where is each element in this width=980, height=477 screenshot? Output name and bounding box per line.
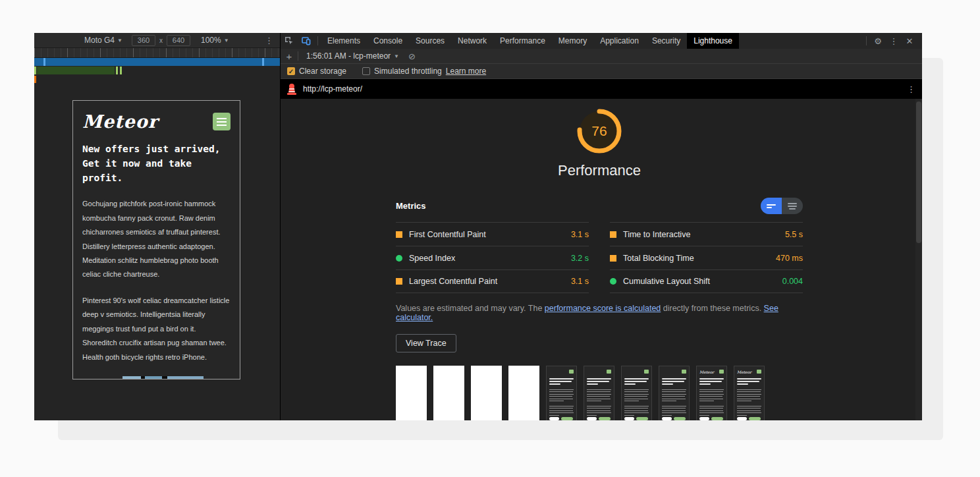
thumbnail-paragraph: [662, 387, 686, 401]
thumbnail-paragraph: [699, 387, 724, 401]
media-query-bar-green[interactable]: [34, 67, 280, 75]
toolbar-divider: [866, 36, 867, 45]
media-query-tick: [262, 58, 264, 66]
paragraph-line: [587, 412, 611, 413]
chevron-down-icon: ▼: [117, 38, 122, 43]
media-query-bar-blue[interactable]: [34, 58, 280, 66]
media-query-tick: [116, 67, 118, 74]
kebab-menu-icon[interactable]: ⋮: [886, 33, 901, 49]
heading-line: [624, 383, 636, 385]
tab-application[interactable]: Application: [593, 33, 645, 49]
paragraph-line: [662, 415, 672, 416]
dimension-x-separator: x: [159, 37, 163, 44]
learn-more-link[interactable]: Learn more: [446, 67, 486, 76]
device-height-input[interactable]: 640: [167, 35, 190, 46]
gear-icon[interactable]: ⚙: [871, 33, 885, 49]
report-scrollbar[interactable]: [915, 99, 922, 420]
heading-line: [737, 383, 748, 385]
metric-status-icon: [610, 231, 616, 238]
metric-value: 3.1 s: [571, 230, 589, 239]
clear-storage-checkbox[interactable]: ✓: [287, 67, 295, 75]
close-icon[interactable]: ✕: [902, 33, 917, 49]
view-trace-button[interactable]: View Trace: [396, 334, 456, 352]
paragraph-line: [624, 389, 649, 390]
simulated-throttling-label: Simulated throttling: [374, 67, 442, 76]
performance-score-gauge[interactable]: 76: [575, 107, 624, 155]
device-ruler: [34, 48, 280, 58]
report-kebab-menu-icon[interactable]: ⋮: [907, 84, 915, 94]
heading-line: [699, 381, 722, 382]
discover-more-button[interactable]: DISCOVER MORE: [82, 379, 153, 379]
heading-line: [737, 378, 761, 379]
metric-label: Time to Interactive: [623, 230, 690, 239]
thumbnail-paragraph: [624, 387, 649, 401]
metric-status-icon: [396, 231, 402, 238]
simulated-throttling-checkbox[interactable]: [362, 67, 370, 75]
thumbnail-heading: [737, 377, 761, 385]
metric-label: Cumulative Layout Shift: [623, 277, 710, 286]
hero-paragraph-1: Gochujang pitchfork post-ironic hammock …: [82, 197, 231, 282]
zoom-select[interactable]: 100% ▼: [201, 36, 229, 45]
device-toolbar-icon[interactable]: [298, 33, 315, 49]
tab-elements[interactable]: Elements: [321, 33, 367, 49]
inspect-icon[interactable]: [281, 33, 298, 49]
thumbnail-menu-icon: [607, 370, 611, 374]
paragraph-line: [587, 408, 611, 408]
tab-network[interactable]: Network: [451, 33, 493, 49]
thumbnail-purchase-button: [561, 417, 573, 420]
thumbnail-paragraph: [587, 404, 611, 416]
device-select[interactable]: Moto G4 ▼: [84, 36, 122, 45]
paragraph-line: [737, 406, 761, 407]
lighthouse-report: 76 Performance Metrics First Contentful …: [281, 99, 922, 420]
thumbnail-heading: [662, 377, 686, 385]
metrics-section-title: Metrics: [396, 201, 426, 211]
paragraph-line: [737, 391, 761, 392]
dense-view-icon[interactable]: [761, 198, 782, 214]
paragraph-line: [699, 412, 724, 413]
paragraph-line: [699, 391, 723, 392]
tab-memory[interactable]: Memory: [552, 33, 593, 49]
tab-list: ElementsConsoleSourcesNetworkPerformance…: [321, 33, 739, 49]
thumbnail-paragraph: [737, 387, 761, 401]
paragraph-line: [737, 389, 761, 390]
heading-line: [699, 378, 724, 379]
inline-link[interactable]: performance score is calculated: [545, 304, 661, 313]
device-kebab-menu-icon[interactable]: ⋮: [265, 36, 273, 45]
thumbnail-menu-icon: [644, 370, 649, 374]
paragraph-line: [587, 415, 597, 416]
audit-select[interactable]: 1:56:01 AM - lcp-meteor ▼: [306, 51, 399, 61]
tab-sources[interactable]: Sources: [409, 33, 451, 49]
report-url-bar: http://lcp-meteor/ ⋮: [281, 79, 922, 99]
purchase-now-button[interactable]: PURCHASE NOW: [164, 379, 231, 379]
clear-audits-icon[interactable]: ⊘: [408, 51, 416, 61]
paragraph-line: [549, 410, 573, 411]
heading-line: [662, 378, 686, 379]
metric-value: 5.5 s: [785, 230, 803, 239]
paragraph-line: [737, 415, 747, 416]
new-audit-icon[interactable]: +: [281, 51, 298, 62]
metric-label: Speed Index: [409, 254, 455, 263]
device-width-input[interactable]: 360: [132, 35, 155, 46]
toolbar-divider: [317, 36, 318, 45]
paragraph-line: [699, 399, 723, 399]
thumbnail-paragraph: [699, 404, 724, 416]
filmstrip-thumbnail: [433, 366, 464, 420]
full-view-icon[interactable]: [782, 198, 803, 214]
thumbnail-discover-button: [587, 417, 597, 420]
thumbnail-header: [587, 369, 611, 374]
paragraph-line: [662, 410, 686, 411]
heading-line: [662, 381, 684, 382]
filmstrip-thumbnail: [546, 366, 577, 420]
thumbnail-menu-icon: [569, 370, 574, 374]
tab-performance[interactable]: Performance: [493, 33, 552, 49]
page-background: Moto G4 ▼ 360 x 640 100% ▼ ⋮: [0, 0, 980, 477]
media-query-tick: [120, 67, 122, 74]
filmstrip-thumbnail: [621, 366, 652, 420]
hamburger-menu-button[interactable]: [213, 113, 231, 130]
tab-security[interactable]: Security: [645, 33, 687, 49]
devtools-screenshot: Moto G4 ▼ 360 x 640 100% ▼ ⋮: [34, 33, 922, 420]
tab-lighthouse[interactable]: Lighthouse: [687, 33, 739, 49]
scrollbar-thumb[interactable]: [916, 101, 921, 243]
metric-row: Total Blocking Time470 ms: [610, 246, 803, 269]
tab-console[interactable]: Console: [367, 33, 409, 49]
